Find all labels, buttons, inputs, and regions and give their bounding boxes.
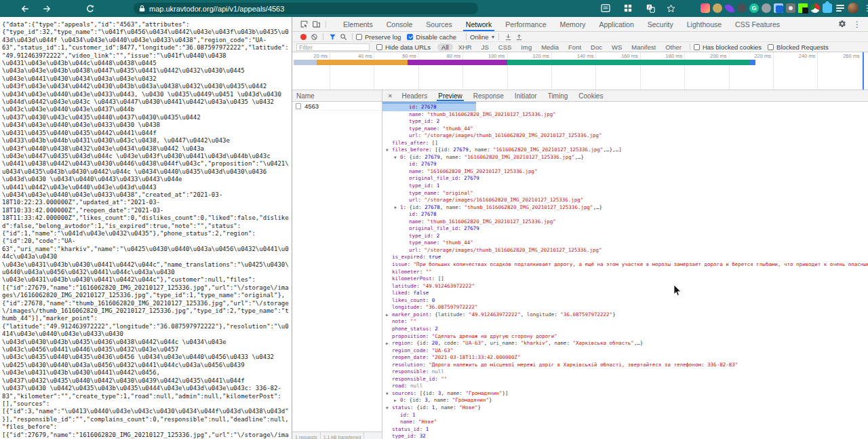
preview-line[interactable]: ▼0: {id: 27679, name: "1616062820_IMG_20…: [382, 154, 868, 161]
extension-docs-icon[interactable]: [773, 3, 784, 14]
preview-line: reopen_date: "2021-03-18T11:33:42.000000…: [382, 354, 868, 362]
playlist-icon[interactable]: [835, 3, 846, 14]
preview-line[interactable]: ▶marker_point: {latitude: "49.9124639722…: [382, 311, 868, 319]
timeline-gridline: [773, 52, 774, 90]
extension-gray-icon[interactable]: [761, 3, 772, 14]
apps-grid-icon[interactable]: [623, 3, 633, 14]
preview-line: latitude: "49.912463972222": [382, 283, 868, 290]
filter-chip-other[interactable]: Other: [661, 43, 686, 51]
preview-line[interactable]: ▶0: {id: 3, name: "Громадянин"}: [382, 397, 868, 404]
extension-puzzle-icon[interactable]: [822, 3, 833, 14]
devtools-tab-security[interactable]: Security: [641, 17, 680, 31]
preview-line: type_id: 32: [382, 433, 868, 439]
filter-chip-js[interactable]: JS: [477, 43, 493, 51]
avatar[interactable]: [848, 3, 859, 14]
device-toolbar-icon[interactable]: [310, 19, 322, 30]
expanded-arrow-icon[interactable]: ▼: [386, 404, 392, 412]
expanded-arrow-icon[interactable]: ▼: [394, 204, 400, 212]
back-button[interactable]: [19, 3, 31, 14]
timeline-gridline: [684, 52, 685, 90]
filter-funnel-icon[interactable]: [327, 33, 338, 41]
record-button[interactable]: [298, 33, 309, 41]
expanded-arrow-icon[interactable]: ▼: [394, 154, 400, 161]
preview-line: proposition: "Сделать дренаж на другую с…: [382, 333, 868, 341]
extension-pink-icon[interactable]: [700, 3, 711, 14]
devtools-tab-console[interactable]: Console: [380, 17, 420, 31]
blocked-requests-checkbox[interactable]: Blocked Requests: [768, 43, 829, 51]
expanded-arrow-icon[interactable]: ▼: [386, 147, 392, 154]
detail-tab-preview[interactable]: Preview: [438, 90, 462, 101]
collapsed-arrow-icon[interactable]: ▶: [386, 311, 392, 319]
devtools-tab-network[interactable]: Network: [459, 17, 499, 31]
filter-chip-manifest[interactable]: Manifest: [627, 43, 660, 51]
import-har-icon[interactable]: [502, 33, 513, 41]
devtools-tab-lighthouse[interactable]: Lighthouse: [680, 17, 728, 31]
preview-line[interactable]: ▼status: {id: 1, name: "Нове"}: [382, 404, 868, 412]
disable-cache-checkbox[interactable]: Disable cache: [407, 33, 456, 41]
waterfall-segment: [408, 60, 507, 65]
extension-gear-icon[interactable]: [736, 3, 747, 14]
extension-squares-icon[interactable]: [797, 3, 808, 14]
close-icon[interactable]: ×: [388, 92, 392, 100]
detail-tab-response[interactable]: Response: [473, 90, 504, 101]
devtools-tab-sources[interactable]: Sources: [419, 17, 459, 31]
bookmark-star-icon[interactable]: [665, 3, 676, 14]
expanded-arrow-icon[interactable]: ▼: [386, 390, 392, 398]
preview-line[interactable]: ▼files_before: [{id: 27679, name: "16160…: [382, 147, 868, 154]
network-overview[interactable]: 20 ms40 ms60 ms80 ms100 ms120 ms140 ms16…: [292, 52, 868, 90]
filter-chip-xhr[interactable]: XHR: [454, 43, 476, 51]
has-blocked-cookies-checkbox[interactable]: Has blocked cookies: [694, 43, 762, 51]
preview-line[interactable]: ▼sources: [{id: 3, name: "Громадянин"}]: [382, 390, 868, 398]
filter-chip-img[interactable]: Img: [517, 43, 536, 51]
address-bar[interactable]: map.ukravtodor.org//api/v1/appeals/4563: [134, 3, 478, 14]
filter-chip-doc[interactable]: Doc: [587, 43, 606, 51]
filter-chip-css[interactable]: CSS: [494, 43, 516, 51]
request-detail-pane: × HeadersPreviewResponseInitiatorTimingC…: [382, 90, 868, 439]
filter-input[interactable]: Filter: [296, 43, 370, 51]
hide-data-urls-checkbox[interactable]: Hide data URLs: [376, 43, 431, 51]
detail-tab-headers[interactable]: Headers: [401, 90, 427, 101]
request-row[interactable]: 4563: [292, 102, 382, 111]
requests-summary-bar: 1 requests 1.1 kB transferred: [292, 432, 382, 439]
detail-tab-timing[interactable]: Timing: [548, 90, 568, 101]
forward-button[interactable]: [41, 3, 52, 14]
timeline-gridline: [595, 52, 596, 90]
extension-colorwheel-icon[interactable]: [810, 3, 821, 14]
name-column-header[interactable]: Name: [292, 90, 382, 102]
devtools-tab-application[interactable]: Application: [592, 17, 640, 31]
inspect-element-icon[interactable]: [298, 19, 310, 30]
detail-tab-initiator[interactable]: Initiator: [515, 90, 537, 101]
network-toolbar: Preserve log Disable cache Online▼: [292, 32, 868, 42]
devtools-tab-memory[interactable]: Memory: [553, 17, 592, 31]
filter-chip-font[interactable]: Font: [564, 43, 585, 51]
preview-line[interactable]: ▼1: {id: 27678, name: "thumb_1616062820_…: [382, 204, 868, 212]
devtools-tab-elements[interactable]: Elements: [336, 17, 380, 31]
collapsed-arrow-icon[interactable]: ▶: [386, 340, 392, 347]
devtools-tab-css-features[interactable]: CSS Features: [728, 17, 787, 31]
extension-emoji-icon[interactable]: [712, 3, 723, 14]
reading-list-icon[interactable]: [600, 3, 611, 14]
preserve-log-checkbox[interactable]: Preserve log: [356, 33, 401, 41]
extension-camera-icon[interactable]: [785, 3, 796, 14]
reload-button[interactable]: [84, 3, 96, 14]
devtools-tab-performance[interactable]: Performance: [498, 17, 553, 31]
filter-chip-ws[interactable]: WS: [608, 43, 626, 51]
export-har-icon[interactable]: [513, 33, 524, 41]
extension-feather-icon[interactable]: [724, 3, 735, 14]
extension-grammarly-icon[interactable]: G: [749, 3, 760, 14]
clear-icon[interactable]: [309, 33, 319, 41]
detail-tab-cookies[interactable]: Cookies: [578, 90, 603, 101]
search-icon[interactable]: [338, 33, 349, 41]
translate-icon[interactable]: A: [645, 3, 656, 14]
settings-gear-icon[interactable]: [838, 18, 846, 31]
browser-menu-icon[interactable]: ⋮: [862, 3, 868, 14]
collapsed-arrow-icon[interactable]: ▶: [394, 397, 400, 404]
preview-line[interactable]: ▶region: {id: 20, code: "UA-63", uri_nam…: [382, 340, 868, 347]
preview-line: status_id: 1: [382, 426, 868, 434]
lock-icon: [139, 5, 145, 12]
filter-chip-media[interactable]: Media: [537, 43, 563, 51]
timeline-tick-label: 40 ms: [346, 53, 372, 59]
devtools-menu-icon[interactable]: ⋮: [853, 20, 861, 29]
filter-chip-all[interactable]: All: [437, 43, 453, 51]
throttling-select[interactable]: Online▼: [470, 33, 495, 41]
